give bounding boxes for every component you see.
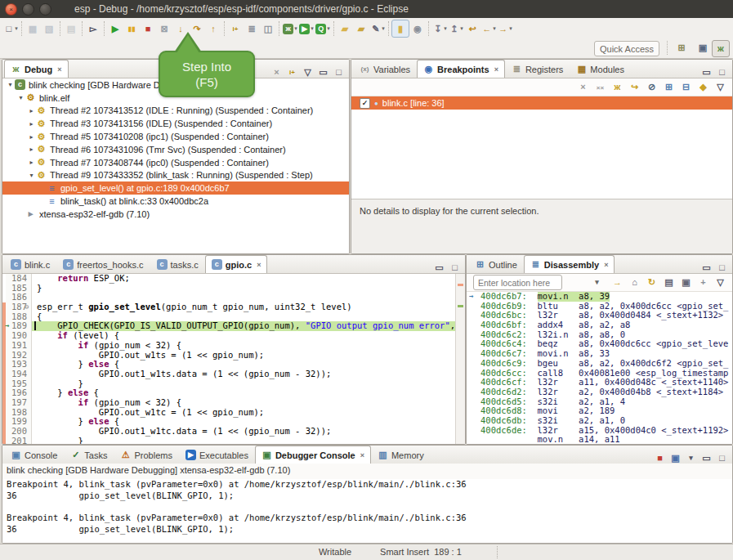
next-annotation-button[interactable]: ↧▾ [431,20,448,37]
profile-button[interactable]: Q▾ [315,20,331,37]
editor-code[interactable]: 184 return ESP_OK;185}186187⊖esp_err_t g… [2,274,465,444]
tree-expand-icon[interactable]: ▸ [27,159,36,166]
step-return-button[interactable]: ↑ [205,20,221,37]
collapse-all-button[interactable]: ⊟ [681,82,691,92]
last-edit-location-button[interactable]: ↩ [464,20,480,37]
tab-debug[interactable]: жDebug× [4,60,69,78]
tab-blink-c[interactable]: cblink.c [4,255,56,273]
tree-expand-icon[interactable]: ▾ [16,94,25,101]
tab-close-icon[interactable]: × [494,65,498,74]
minimize-icon[interactable]: ▭ [701,453,712,464]
remove-terminated-button[interactable]: × [271,67,282,78]
tab-memory[interactable]: ▥Memory [371,446,431,464]
dropdown-caret-icon[interactable]: ▾ [382,25,385,32]
editor-line[interactable]: 185} [2,284,465,293]
open-perspective-button[interactable]: ⊞ [673,40,690,56]
trace-control-button[interactable]: ≣ [244,20,260,37]
debug-tree-item[interactable]: ▸⚙Thread #3 1073413156 (IDLE) (Suspended… [2,117,349,130]
disassembly-line[interactable]: 400dc6db: s32i a2, a1, 0 [467,416,732,426]
debug-perspective-button[interactable]: ж [712,40,730,57]
show-source-button[interactable]: ▤ [664,277,674,288]
print-button[interactable]: ▤ [63,20,79,37]
debug-tree-item[interactable]: ▸⚙Thread #5 1073410208 (ipc1) (Suspended… [2,130,349,143]
debug-tree-item[interactable]: ▸xtensa-esp32-elf-gdb (7.10) [2,208,349,221]
tab-close-icon[interactable]: × [257,261,261,269]
dropdown-caret-icon[interactable]: ▾ [15,25,18,32]
editor-line[interactable]: 187⊖esp_err_t gpio_set_level(gpio_num_t … [2,302,465,312]
disassembly-line[interactable]: 400dc6bf: addx4 a8, a2, a8 [467,320,732,330]
terminate-button[interactable]: ■ [140,20,156,37]
debug-tree-item[interactable]: ▾⚙Thread #9 1073433352 (blink_task : Run… [2,169,349,182]
open-resource-button[interactable]: ▰ [353,20,369,37]
dropdown-caret-icon[interactable]: ▾ [493,25,496,32]
mark-occurrences-button[interactable]: ▮ [391,20,409,38]
minimize-icon[interactable]: ▭ [701,262,712,273]
maximize-icon[interactable]: □ [717,262,727,273]
link-with-debug-button[interactable]: ◆ [698,82,708,92]
debug-tree-item[interactable]: ▸⚙Thread #7 1073408744 (ipc0) (Suspended… [2,156,349,169]
debug-button[interactable]: ж▾ [282,20,298,37]
tab-close-icon[interactable]: × [360,451,364,459]
pin-button[interactable]: + [698,277,708,288]
tab-registers[interactable]: ≣Registers [505,60,570,78]
minimize-icon[interactable]: ▭ [701,67,712,78]
disassembly-line[interactable]: 400dc6c9: bgeu a8, a2, 0x400dc6f2 <gpio_… [467,359,732,369]
maximize-icon[interactable]: □ [717,67,727,78]
breakpoint-item[interactable]: ✓●blink.c [line: 36] [351,96,732,110]
toggle-breadcrumb-button[interactable]: ◉ [409,20,426,37]
quick-access-button[interactable]: Quick Access [594,41,659,56]
new-button[interactable]: □▾ [2,20,19,37]
tree-expand-icon[interactable]: ▾ [27,172,36,179]
tree-expand-icon[interactable]: ▾ [6,81,15,88]
overview-ruler[interactable] [455,274,465,444]
tab-gpio-c[interactable]: cgpio.c× [205,255,268,273]
terminate-icon[interactable]: ■ [655,453,665,464]
tab-variables[interactable]: (x)Variables [353,60,417,78]
editor-line[interactable]: 184 return ESP_OK; [2,274,465,284]
save-button[interactable]: ▦ [25,20,41,37]
expand-all-button[interactable]: ⊞ [664,82,674,92]
dropdown-caret-icon[interactable]: ▾ [311,25,314,32]
navigate-to-pc-button[interactable]: → [612,277,623,288]
tab-outline[interactable]: ⊞Outline [468,255,524,273]
tab-modules[interactable]: ▦Modules [570,60,631,78]
maximize-icon[interactable]: □ [449,262,460,273]
breakpoint-checkbox[interactable]: ✓ [360,98,370,109]
tab-tasks-c[interactable]: ctasks.c [150,255,205,273]
save-all-button[interactable]: ▧ [41,20,57,37]
resume-button[interactable]: ▶ [107,20,123,37]
window-close-button[interactable]: × [5,3,17,16]
dropdown-caret-icon[interactable]: ▾ [444,25,447,32]
maximize-button[interactable]: □ [333,67,344,78]
console-output[interactable]: Breakpoint 4, blink_task (pvParameter=0x… [2,479,732,543]
view-menu-button[interactable]: ▽ [715,82,726,92]
debug-tree-item[interactable]: ▸⚙Thread #6 1073431096 (Tmr Svc) (Suspen… [2,143,349,156]
disconnect-button[interactable]: ⊠ [156,20,172,37]
goto-file-button[interactable]: ↪ [629,82,640,92]
tab-close-icon[interactable]: × [57,65,61,74]
dropdown-caret-icon[interactable]: ▾ [460,25,463,32]
tab-disassembly[interactable]: ≣Disassembly× [524,255,615,273]
combo-dropdown-icon[interactable]: ▾ [592,277,602,288]
suspend-button[interactable]: ▮▮ [123,20,140,37]
remove-button[interactable]: × [578,82,588,92]
tab-tasks[interactable]: ✓Tasks [64,446,114,464]
disassembly-line[interactable]: 400dc6d2: l32r a2, 0x400d04b8 <_stext+11… [467,388,732,397]
tree-expand-icon[interactable]: ▸ [27,120,36,128]
cpp-perspective-button[interactable]: ▣ [695,40,711,56]
skip-all-breakpoints-button[interactable]: ⊘ [646,82,657,92]
view-menu-button[interactable]: ▽ [715,277,726,288]
tab-console[interactable]: ▣Console [4,446,64,464]
remove-all-button[interactable]: ×× [595,82,606,93]
editor-line[interactable]: 201 } [2,437,465,444]
instruction-stepping-button[interactable]: i+ [287,67,297,78]
tab-debugger-console[interactable]: ▣Debugger Console× [255,446,371,464]
fold-collapse-icon[interactable]: ⊖ [25,302,29,312]
dropdown-caret-icon[interactable]: ▾ [509,25,512,32]
instruction-stepping-button[interactable]: i+ [227,20,244,37]
tab-executables[interactable]: ▶Executables [179,446,255,464]
open-type-button[interactable]: ▰ [337,20,353,37]
view-menu-button[interactable]: ▽ [302,67,313,78]
disassembly-line[interactable]: →400dc6b7: movi.n a8, 39 [467,292,732,302]
back-button[interactable]: ←▾ [480,20,497,37]
